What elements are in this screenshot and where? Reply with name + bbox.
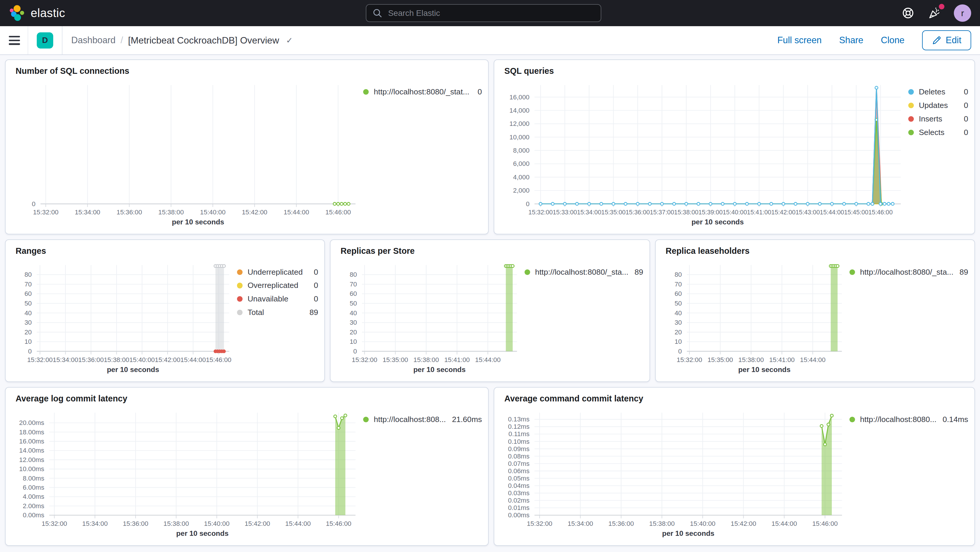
legend-value: 0 xyxy=(964,115,968,124)
svg-text:15:44:00: 15:44:00 xyxy=(820,209,844,216)
legend-value: 0 xyxy=(964,128,968,137)
svg-text:30: 30 xyxy=(24,319,32,326)
chart-area[interactable]: 15:32:0015:34:0015:36:0015:38:0015:40:00… xyxy=(12,79,363,229)
svg-text:30: 30 xyxy=(350,319,357,326)
svg-text:6.00ms: 6.00ms xyxy=(23,484,45,491)
legend-dot xyxy=(237,296,243,302)
svg-text:15:36:00: 15:36:00 xyxy=(123,520,148,527)
dashboard: Number of SQL connections 15:32:0015:34:… xyxy=(0,55,980,552)
svg-text:per 10 seconds: per 10 seconds xyxy=(172,218,224,226)
panel-sql-queries[interactable]: SQL queries 15:32:0015:33:0015:34:0015:3… xyxy=(494,59,975,234)
global-search[interactable] xyxy=(366,4,601,22)
legend-label: http://localhost:808... xyxy=(374,415,447,424)
svg-text:15:38:00: 15:38:00 xyxy=(674,209,698,216)
svg-text:80: 80 xyxy=(350,271,357,278)
legend-value: 0 xyxy=(477,87,482,97)
svg-text:15:40:00: 15:40:00 xyxy=(204,520,230,527)
user-avatar[interactable]: r xyxy=(954,5,972,22)
legend-label: http://localhost:8080/_sta... xyxy=(860,267,955,277)
chart-area[interactable]: 15:32:0015:35:0015:38:0015:41:0015:44:00… xyxy=(662,259,850,376)
svg-text:15:38:00: 15:38:00 xyxy=(164,520,189,527)
svg-text:15:45:00: 15:45:00 xyxy=(844,209,868,216)
legend-item[interactable]: Inserts0 xyxy=(908,115,968,124)
svg-text:18.00ms: 18.00ms xyxy=(19,428,45,436)
legend-dot xyxy=(525,269,530,275)
chart-area[interactable]: 15:32:0015:34:0015:36:0015:38:0015:40:00… xyxy=(501,406,850,540)
newsfeed-icon[interactable] xyxy=(928,6,942,20)
legend-value: 89 xyxy=(635,267,643,277)
svg-text:15:33:00: 15:33:00 xyxy=(552,209,577,216)
legend-item[interactable]: Unavailable0 xyxy=(237,294,318,304)
menu-icon[interactable] xyxy=(9,36,20,45)
legend-label: Overreplicated xyxy=(248,281,309,290)
legend-item[interactable]: Deletes0 xyxy=(908,87,968,97)
svg-text:60: 60 xyxy=(350,290,357,297)
panel-number-of-sql-connections[interactable]: Number of SQL connections 15:32:0015:34:… xyxy=(5,59,489,234)
app-header: elastic xyxy=(0,0,980,26)
legend-item[interactable]: http://localhost:8080/_sta...89 xyxy=(525,267,643,277)
svg-text:15:46:00: 15:46:00 xyxy=(326,208,351,216)
chart-area[interactable]: 15:32:0015:35:0015:38:0015:41:0015:44:00… xyxy=(337,259,525,376)
panel-title: Ranges xyxy=(12,245,318,259)
breadcrumb-dashboard-link[interactable]: Dashboard xyxy=(71,35,116,46)
svg-text:15:42:00: 15:42:00 xyxy=(242,208,267,216)
legend-item[interactable]: http://localhost:8080...0.14ms xyxy=(850,415,968,424)
legend-item[interactable]: Selects0 xyxy=(908,128,968,137)
svg-text:12.00ms: 12.00ms xyxy=(19,456,45,463)
edit-button[interactable]: Edit xyxy=(922,30,972,50)
legend-item[interactable]: Updates0 xyxy=(908,101,968,110)
legend-value: 89 xyxy=(959,267,968,277)
svg-text:0.03ms: 0.03ms xyxy=(508,489,529,497)
svg-text:16.00ms: 16.00ms xyxy=(19,437,45,445)
svg-text:8.00ms: 8.00ms xyxy=(23,474,45,482)
chart-area[interactable]: 15:32:0015:33:0015:34:0015:35:0015:36:00… xyxy=(501,79,908,229)
search-input[interactable] xyxy=(387,8,595,18)
panel-replicas-per-store[interactable]: Replicas per Store 15:32:0015:35:0015:38… xyxy=(330,239,650,382)
legend-value: 0.14ms xyxy=(943,415,968,424)
legend-value: 0 xyxy=(964,101,968,110)
chart-legend: http://localhost:8080/_sta...89 xyxy=(850,259,968,376)
toolbar: D Dashboard / [Metricbeat CockroachDB] O… xyxy=(0,26,980,55)
panel-average-command-commit-latency[interactable]: Average command commit latency 15:32:001… xyxy=(494,387,975,546)
legend-label: http://localhost:8080/_sta... xyxy=(535,267,630,277)
legend-item[interactable]: Underreplicated0 xyxy=(237,267,318,277)
title-check-icon[interactable]: ✓ xyxy=(286,36,293,45)
panel-replica-leaseholders[interactable]: Replica leaseholders 15:32:0015:35:0015:… xyxy=(655,239,975,382)
logo-text: elastic xyxy=(30,6,65,20)
legend-dot xyxy=(237,310,243,315)
legend-item[interactable]: Total89 xyxy=(237,308,318,317)
svg-text:per 10 seconds: per 10 seconds xyxy=(662,529,714,537)
svg-text:15:38:00: 15:38:00 xyxy=(649,520,675,527)
svg-text:15:38:00: 15:38:00 xyxy=(104,356,129,363)
svg-text:30: 30 xyxy=(675,319,682,326)
notification-badge xyxy=(939,4,944,10)
panel-average-log-commit-latency[interactable]: Average log commit latency 15:32:0015:34… xyxy=(5,387,489,546)
chart-area[interactable]: 15:32:0015:34:0015:36:0015:38:0015:40:00… xyxy=(12,259,237,376)
help-icon[interactable] xyxy=(901,6,915,20)
svg-text:0.12ms: 0.12ms xyxy=(508,423,529,430)
svg-text:2,000: 2,000 xyxy=(513,187,530,194)
svg-text:10: 10 xyxy=(24,338,32,345)
svg-text:15:40:00: 15:40:00 xyxy=(722,209,747,216)
svg-text:15:46:00: 15:46:00 xyxy=(206,356,231,363)
legend-item[interactable]: Overreplicated0 xyxy=(237,281,318,290)
legend-value: 21.60ms xyxy=(452,415,482,424)
clone-button[interactable]: Clone xyxy=(881,35,905,46)
svg-text:14.00ms: 14.00ms xyxy=(19,447,45,454)
panel-ranges[interactable]: Ranges 15:32:0015:34:0015:36:0015:38:001… xyxy=(5,239,325,382)
svg-text:50: 50 xyxy=(350,300,357,307)
legend-item[interactable]: http://localhost:8080/_stat...0 xyxy=(363,87,482,97)
legend-item[interactable]: http://localhost:808...21.60ms xyxy=(363,415,482,424)
svg-text:60: 60 xyxy=(675,290,682,297)
legend-dot xyxy=(237,283,243,288)
svg-text:12,000: 12,000 xyxy=(509,120,529,127)
share-button[interactable]: Share xyxy=(839,35,863,46)
chart-area[interactable]: 15:32:0015:34:0015:36:0015:38:0015:40:00… xyxy=(12,406,363,540)
full-screen-button[interactable]: Full screen xyxy=(777,35,822,46)
legend-value: 0 xyxy=(964,87,968,97)
elastic-logo[interactable]: elastic xyxy=(9,5,65,21)
svg-text:15:42:00: 15:42:00 xyxy=(155,356,181,363)
space-badge[interactable]: D xyxy=(37,32,53,49)
svg-text:0.05ms: 0.05ms xyxy=(508,474,529,482)
legend-item[interactable]: http://localhost:8080/_sta...89 xyxy=(850,267,968,277)
